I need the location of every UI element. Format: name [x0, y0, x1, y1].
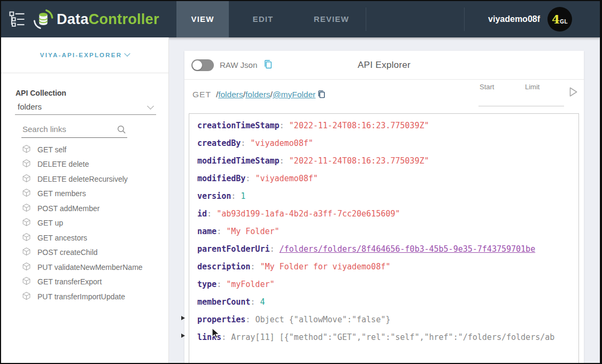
api-link-item[interactable]: DELETE delete [1, 157, 168, 172]
api-link-label: GET ancestors [37, 234, 87, 242]
cube-icon [22, 203, 37, 214]
search-links-field [21, 123, 127, 138]
json-value-number: 1 [241, 191, 245, 201]
json-colon: : [250, 297, 260, 307]
nav-tabs: VIEWEDITREVIEW [176, 1, 366, 37]
json-line-properties: properties: Object {"allowMove":"false"} [197, 311, 578, 329]
json-line-name: name: "My Folder" [197, 223, 578, 241]
request-path: /folders/folders/@myFolder [216, 90, 315, 99]
explorer-label: VIYA-API-EXPLORER [40, 52, 122, 58]
expand-toggle-links[interactable] [181, 334, 185, 338]
json-key: modifiedBy [197, 174, 245, 183]
api-link-label: GET transferExport [37, 277, 102, 286]
cube-icon [22, 218, 37, 228]
topbar-divider [366, 7, 366, 31]
4gl-badge[interactable]: 4GL [547, 7, 572, 32]
json-key: version [197, 191, 231, 201]
cube-icon [22, 159, 37, 169]
page-title: API Explorer [184, 60, 584, 71]
api-link-label: DELETE delete [37, 160, 89, 168]
path-segment-link[interactable]: folders [245, 90, 271, 99]
sidebar: VIYA-API-EXPLORER API Collection folders… [1, 37, 169, 363]
api-link-item[interactable]: PUT transferImportUpdate [1, 289, 168, 304]
json-value-string: "viyademo08f" [250, 138, 313, 148]
api-link-item[interactable]: GET transferExport [1, 275, 168, 290]
username-label: viyademo08f [488, 1, 540, 37]
path-segment-link[interactable]: folders [218, 90, 243, 99]
copy-url-icon[interactable] [317, 90, 326, 101]
json-key: type [197, 280, 217, 289]
json-colon: : [241, 138, 250, 148]
api-link-item[interactable]: DELETE deleteRecursively [1, 172, 168, 187]
json-line-type: type: "myFolder" [197, 276, 578, 293]
json-value-string: "viyademo08f" [255, 174, 318, 183]
start-input[interactable] [478, 95, 518, 105]
tab-view[interactable]: VIEW [176, 1, 229, 37]
json-line-parentFolderUri: parentFolderUri: /folders/folders/8f4646… [197, 241, 578, 258]
json-line-version: version: 1 [197, 188, 578, 205]
api-link-label: POST createChild [37, 248, 98, 257]
json-colon: : [280, 156, 289, 166]
start-label: Start [480, 83, 494, 91]
api-link-item[interactable]: GET self [1, 142, 168, 157]
api-collection-value: folders [15, 100, 156, 113]
api-link-item[interactable]: GET ancestors [1, 230, 168, 245]
json-colon: : [280, 121, 289, 130]
cube-icon [22, 276, 37, 287]
limit-input[interactable] [522, 95, 562, 105]
run-request-button[interactable] [567, 86, 579, 98]
json-value-string: "My Folder" [226, 227, 279, 236]
tab-review[interactable]: REVIEW [297, 1, 366, 37]
json-value-object: Array[11] [{"method":"GET","rel":"self",… [231, 332, 554, 342]
chevron-down-icon [124, 51, 130, 57]
json-key: description [197, 262, 250, 272]
json-colon: : [217, 227, 226, 236]
json-colon: : [231, 191, 241, 201]
datacontroller-logo-icon [32, 8, 55, 30]
json-key: memberCount [197, 297, 250, 307]
cube-icon [22, 247, 37, 258]
json-value-string: "ab93d199-1afa-4b2d-a3ff-7cc20e615609" [217, 209, 400, 219]
cube-icon [22, 262, 37, 273]
limit-label: Limit [525, 83, 539, 91]
json-line-id: id: "ab93d199-1afa-4b2d-a3ff-7cc20e61560… [197, 205, 578, 223]
app-title: DataController [57, 1, 159, 37]
api-collection-select[interactable]: folders [15, 100, 156, 115]
app-window: DataController VIEWEDITREVIEW viyademo08… [0, 0, 602, 364]
json-value-link[interactable]: /folders/folders/8f464656-f0b3-45b5-9e35… [280, 244, 536, 254]
json-key: links [197, 332, 221, 342]
json-key: id [197, 209, 207, 219]
api-link-item[interactable]: PUT validateNewMemberName [1, 260, 168, 275]
json-line-memberCount: memberCount: 4 [197, 293, 578, 311]
json-line-modifiedTimeStamp: modifiedTimeStamp: "2022-11-24T08:16:23.… [197, 152, 578, 170]
json-colon: : [245, 174, 255, 183]
tree-menu-icon[interactable] [7, 10, 27, 29]
search-icon [117, 125, 126, 136]
badge-suffix: GL [560, 19, 568, 25]
tab-edit[interactable]: EDIT [229, 1, 297, 37]
json-value-object: Object {"allowMove":"false"} [255, 315, 390, 324]
app-title-secondary: Controller [89, 11, 159, 27]
cube-icon [22, 233, 37, 243]
topbar-divider [464, 7, 465, 31]
cube-icon [22, 188, 37, 199]
json-value-string: "My Folder for viyademo08f" [260, 262, 390, 272]
cube-icon [22, 174, 37, 184]
json-line-createdBy: createdBy: "viyademo08f" [197, 135, 578, 152]
api-collection-label: API Collection [16, 89, 66, 97]
json-key: properties [197, 315, 245, 324]
json-line-description: description: "My Folder for viyademo08f" [197, 258, 578, 276]
expand-toggle-properties[interactable] [181, 316, 185, 320]
json-colon: : [250, 262, 260, 272]
json-value-number: 4 [260, 297, 265, 307]
path-segment-link[interactable]: @myFolder [273, 90, 315, 99]
search-links-input[interactable] [21, 123, 111, 134]
api-link-item[interactable]: GET up [1, 216, 168, 231]
viya-api-explorer-dropdown[interactable]: VIYA-API-EXPLORER [1, 52, 168, 58]
api-link-item[interactable]: POST addMember [1, 201, 168, 216]
api-link-item[interactable]: POST createChild [1, 245, 168, 260]
sidebar-divider [1, 73, 168, 73]
api-link-label: DELETE deleteRecursively [37, 175, 128, 183]
api-link-item[interactable]: GET members [1, 187, 168, 202]
top-navigation-bar: DataController VIEWEDITREVIEW viyademo08… [1, 1, 600, 37]
